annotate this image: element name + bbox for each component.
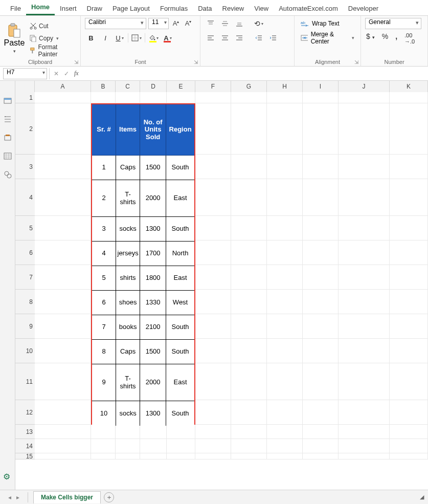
row-head-10[interactable]: 10: [15, 339, 35, 363]
tab-insert[interactable]: Insert: [55, 2, 82, 15]
settings-gear-icon[interactable]: ⚙: [3, 472, 10, 481]
col-head-K[interactable]: K: [390, 81, 428, 92]
table-cell[interactable]: 10: [92, 401, 116, 426]
tab-review[interactable]: Review: [217, 2, 250, 15]
table-cell[interactable]: socks: [116, 217, 140, 242]
percent-format-button[interactable]: %: [381, 32, 389, 45]
copy-button[interactable]: Copy▾: [28, 33, 76, 44]
cut-button[interactable]: Cut: [28, 20, 76, 32]
increase-indent-button[interactable]: [267, 32, 279, 43]
row-head-3[interactable]: 3: [15, 155, 35, 179]
table-cell[interactable]: 5: [92, 266, 116, 291]
accounting-format-button[interactable]: $ ▾: [365, 32, 376, 45]
format-painter-button[interactable]: Format Painter: [28, 45, 76, 56]
row-head-15[interactable]: 15: [15, 453, 35, 459]
table-cell[interactable]: 1300: [140, 217, 166, 242]
tab-automateexcel-com[interactable]: AutomateExcel.com: [274, 2, 343, 15]
align-bottom-button[interactable]: [233, 18, 245, 29]
table-cell[interactable]: East: [166, 364, 194, 401]
table-cell[interactable]: shirts: [116, 266, 140, 291]
enter-formula-button[interactable]: ✓: [64, 70, 69, 77]
table-cell[interactable]: South: [166, 156, 194, 180]
table-cell[interactable]: South: [166, 340, 194, 364]
row-head-8[interactable]: 8: [15, 290, 35, 314]
table-cell[interactable]: 7: [92, 315, 116, 340]
row-head-13[interactable]: 13: [15, 425, 35, 439]
grow-font-button[interactable]: A▴: [171, 19, 181, 27]
table-cell[interactable]: East: [166, 180, 194, 217]
table-cell[interactable]: 2000: [140, 364, 166, 401]
fill-color-button[interactable]: ▾: [147, 32, 160, 43]
col-head-E[interactable]: E: [167, 81, 195, 92]
side-icon-2[interactable]: [3, 115, 12, 124]
table-cell[interactable]: Caps: [116, 340, 140, 364]
font-launcher[interactable]: ⇲: [194, 59, 198, 65]
table-cell[interactable]: 3: [92, 217, 116, 242]
table-cell[interactable]: 2000: [140, 180, 166, 217]
sheet-nav-prev[interactable]: ▸: [14, 494, 21, 501]
align-middle-button[interactable]: [219, 18, 231, 29]
side-icon-5[interactable]: [3, 170, 12, 179]
table-cell[interactable]: West: [166, 291, 194, 315]
table-cell[interactable]: socks: [116, 401, 140, 426]
col-head-H[interactable]: H: [267, 81, 303, 92]
table-cell[interactable]: jerseys: [116, 242, 140, 266]
table-cell[interactable]: 6: [92, 291, 116, 315]
col-head-F[interactable]: F: [195, 81, 231, 92]
wrap-text-button[interactable]: ab Wrap Text: [299, 18, 356, 29]
underline-button[interactable]: U▾: [114, 32, 126, 43]
table-cell[interactable]: T-shirts: [116, 364, 140, 401]
clipboard-launcher[interactable]: ⇲: [74, 59, 78, 65]
tab-page-layout[interactable]: Page Layout: [107, 2, 155, 15]
new-sheet-button[interactable]: ＋: [104, 492, 114, 502]
align-left-button[interactable]: [205, 32, 217, 43]
row-head-1[interactable]: 1: [15, 92, 35, 103]
col-head-I[interactable]: I: [303, 81, 339, 92]
table-cell[interactable]: shoes: [116, 291, 140, 315]
table-cell[interactable]: 4: [92, 242, 116, 266]
table-cell[interactable]: books: [116, 315, 140, 340]
font-name-select[interactable]: Calibri: [85, 18, 146, 29]
table-cell[interactable]: 9: [92, 364, 116, 401]
table-cell[interactable]: 2: [92, 180, 116, 217]
table-cell[interactable]: East: [166, 266, 194, 291]
formula-input[interactable]: [83, 68, 428, 79]
align-top-button[interactable]: [205, 18, 217, 29]
row-head-12[interactable]: 12: [15, 400, 35, 425]
col-head-C[interactable]: C: [116, 81, 140, 92]
merge-center-button[interactable]: Merge & Center ▾: [299, 32, 356, 43]
table-cell[interactable]: North: [166, 242, 194, 266]
row-head-4[interactable]: 4: [15, 179, 35, 216]
table-cell[interactable]: South: [166, 217, 194, 242]
side-icon-4[interactable]: [3, 151, 12, 161]
table-cell[interactable]: 1800: [140, 266, 166, 291]
align-center-button[interactable]: [219, 32, 231, 43]
side-icon-3[interactable]: [3, 133, 12, 142]
row-head-9[interactable]: 9: [15, 314, 35, 339]
row-head-11[interactable]: 11: [15, 363, 35, 400]
side-icon-1[interactable]: [3, 96, 12, 105]
row-head-14[interactable]: 14: [15, 439, 35, 453]
row-head-2[interactable]: 2: [15, 103, 35, 155]
cancel-formula-button[interactable]: ✕: [54, 70, 59, 77]
tab-formulas[interactable]: Formulas: [155, 2, 193, 15]
col-head-J[interactable]: J: [339, 81, 390, 92]
table-cell[interactable]: 2100: [140, 315, 166, 340]
spreadsheet-grid[interactable]: ABCDEFGHIJK 123456789101112131415 Sr. #I…: [15, 81, 428, 490]
col-head-B[interactable]: B: [91, 81, 116, 92]
alignment-launcher[interactable]: ⇲: [354, 59, 358, 65]
tab-draw[interactable]: Draw: [82, 2, 107, 15]
table-cell[interactable]: South: [166, 401, 194, 426]
font-color-button[interactable]: A▾: [162, 32, 174, 43]
table-cell[interactable]: 1700: [140, 242, 166, 266]
table-cell[interactable]: 8: [92, 340, 116, 364]
align-right-button[interactable]: [233, 32, 245, 43]
row-head-6[interactable]: 6: [15, 240, 35, 265]
table-cell[interactable]: South: [166, 315, 194, 340]
table-cell[interactable]: T-shirts: [116, 180, 140, 217]
decrease-indent-button[interactable]: [253, 32, 265, 43]
paste-button[interactable]: Paste ▾: [4, 20, 25, 56]
tab-file[interactable]: File: [5, 2, 26, 15]
table-cell[interactable]: 1: [92, 156, 116, 180]
tab-developer[interactable]: Developer: [343, 2, 384, 15]
